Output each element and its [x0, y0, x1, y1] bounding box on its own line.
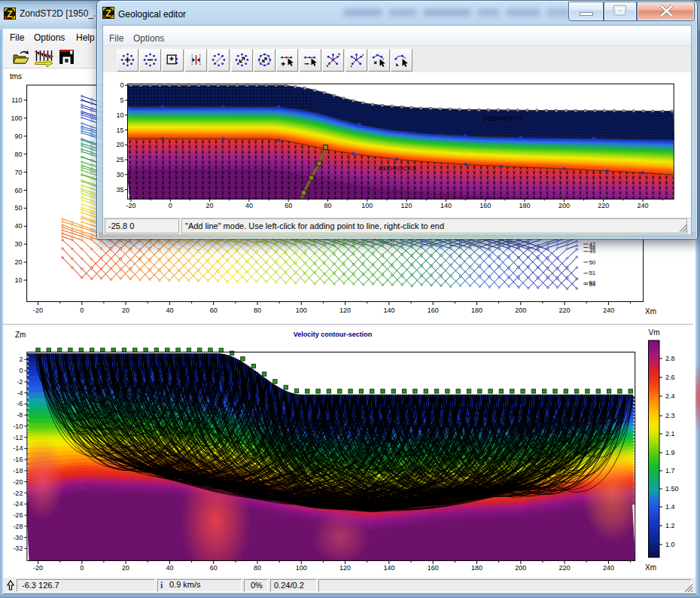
svg-text:80: 80	[324, 202, 331, 209]
svg-text:80: 80	[254, 564, 261, 572]
svg-text:240: 240	[603, 307, 614, 314]
svg-text:40: 40	[166, 307, 173, 314]
svg-text:2.1: 2.1	[665, 430, 675, 438]
svg-text:Z: Z	[7, 9, 13, 20]
svg-text:20: 20	[206, 202, 214, 209]
svg-text:140: 140	[440, 202, 452, 209]
svg-text:1.7: 1.7	[665, 467, 675, 474]
svg-text:60: 60	[210, 307, 218, 314]
svg-text:240: 240	[637, 202, 648, 209]
svg-text:5: 5	[120, 96, 123, 104]
svg-text:-12: -12	[13, 434, 23, 441]
svg-text:80: 80	[15, 151, 23, 158]
svg-text:0: 0	[19, 367, 23, 374]
svg-text:2: 2	[19, 355, 23, 363]
svg-text:180: 180	[471, 307, 482, 314]
svg-text:70: 70	[15, 169, 23, 176]
svg-text:220: 220	[559, 564, 571, 572]
svg-text:240: 240	[603, 564, 614, 572]
svg-text:-20: -20	[126, 202, 135, 209]
svg-text:160: 160	[428, 307, 439, 314]
svg-text:53: 53	[589, 281, 595, 288]
svg-text:2.6: 2.6	[665, 374, 675, 381]
svg-text:20: 20	[15, 258, 23, 266]
svg-text:120: 120	[339, 564, 351, 572]
svg-text:120: 120	[339, 307, 351, 314]
svg-text:1.4: 1.4	[665, 503, 675, 511]
svg-text:1.9: 1.9	[665, 449, 675, 456]
svg-text:160: 160	[479, 202, 491, 209]
svg-text:-14: -14	[13, 444, 23, 452]
svg-text:180: 180	[519, 202, 531, 209]
svg-text:BEDROCKS: BEDROCKS	[379, 165, 417, 172]
svg-text:15: 15	[116, 127, 123, 134]
svg-text:Vm: Vm	[649, 328, 660, 337]
svg-text:220: 220	[598, 202, 609, 209]
svg-text:Xm: Xm	[645, 563, 656, 572]
svg-text:1.50: 1.50	[665, 485, 679, 493]
svg-text:-6: -6	[17, 400, 23, 407]
svg-text:-8: -8	[17, 411, 23, 419]
svg-text:Velocity contour-section: Velocity contour-section	[294, 331, 373, 338]
svg-text:50: 50	[589, 259, 595, 266]
svg-text:-32: -32	[13, 545, 23, 552]
svg-text:SEDIMENTS: SEDIMENTS	[482, 115, 522, 122]
svg-text:Xm: Xm	[645, 307, 656, 316]
svg-text:2.8: 2.8	[665, 355, 675, 362]
svg-text:0: 0	[169, 202, 172, 209]
svg-text:40: 40	[15, 222, 23, 230]
svg-text:0: 0	[80, 564, 84, 572]
svg-text:50: 50	[15, 204, 23, 212]
svg-text:25: 25	[116, 156, 123, 163]
svg-text:200: 200	[515, 564, 526, 572]
svg-text:100: 100	[361, 202, 373, 209]
svg-text:20: 20	[122, 564, 129, 572]
svg-text:2.3: 2.3	[665, 412, 675, 420]
svg-text:10: 10	[15, 276, 23, 284]
svg-text:0: 0	[120, 81, 123, 89]
svg-text:-2: -2	[17, 378, 23, 386]
svg-text:180: 180	[471, 564, 482, 572]
svg-text:90: 90	[15, 133, 23, 140]
svg-text:80: 80	[254, 307, 261, 314]
svg-text:40: 40	[166, 564, 173, 572]
svg-text:0: 0	[80, 307, 84, 314]
svg-text:-20: -20	[33, 307, 43, 314]
svg-text:160: 160	[428, 564, 439, 572]
svg-text:-26: -26	[13, 511, 23, 519]
svg-text:120: 120	[401, 202, 412, 209]
svg-text:140: 140	[383, 564, 394, 572]
svg-text:-16: -16	[13, 456, 23, 463]
svg-text:51: 51	[589, 270, 595, 276]
svg-text:140: 140	[383, 307, 394, 314]
svg-text:Z: Z	[105, 8, 111, 19]
svg-text:-10: -10	[13, 423, 23, 430]
svg-text:100: 100	[296, 564, 307, 572]
svg-text:220: 220	[559, 307, 571, 314]
svg-text:2.4: 2.4	[665, 392, 675, 400]
svg-text:110: 110	[11, 96, 22, 104]
svg-text:-22: -22	[13, 490, 23, 497]
svg-text:60: 60	[210, 564, 218, 572]
svg-text:200: 200	[558, 202, 570, 209]
svg-text:30: 30	[116, 171, 123, 178]
svg-text:tms: tms	[10, 72, 22, 81]
svg-text:20: 20	[116, 141, 123, 148]
svg-text:100: 100	[11, 114, 23, 122]
svg-text:-28: -28	[13, 523, 23, 530]
svg-text:1.2: 1.2	[665, 522, 675, 529]
svg-text:49: 49	[589, 248, 595, 255]
svg-text:-4: -4	[17, 389, 23, 397]
svg-text:Zm: Zm	[15, 331, 26, 339]
svg-text:10: 10	[116, 111, 123, 119]
svg-text:-20: -20	[13, 478, 23, 486]
svg-text:20: 20	[122, 307, 129, 314]
svg-text:-18: -18	[13, 467, 23, 474]
svg-text:100: 100	[296, 307, 307, 314]
svg-text:30: 30	[15, 240, 23, 248]
svg-text:60: 60	[285, 202, 292, 209]
svg-text:35: 35	[116, 186, 123, 194]
svg-text:-24: -24	[13, 500, 23, 508]
svg-text:40: 40	[245, 202, 253, 209]
svg-text:200: 200	[515, 307, 526, 314]
